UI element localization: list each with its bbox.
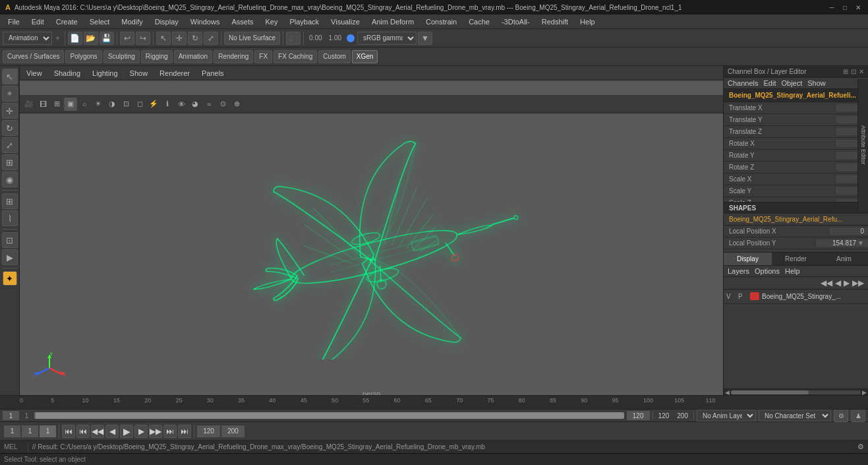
menu-visualize[interactable]: Visualize	[326, 16, 365, 27]
menu-playback[interactable]: Playback	[284, 16, 324, 27]
mode-select[interactable]: Animation	[3, 32, 52, 45]
vp-wireframe-icon[interactable]: ▣	[64, 98, 77, 111]
maximize-button[interactable]: □	[840, 3, 850, 12]
scale-tool-button[interactable]: ⤢	[2, 137, 18, 153]
rotate-button[interactable]: ↻	[188, 32, 202, 45]
ch-menu-object[interactable]: Object	[781, 79, 802, 87]
ch-menu-edit[interactable]: Edit	[763, 79, 776, 87]
menu-cache[interactable]: Cache	[463, 16, 495, 27]
prev-key-button[interactable]: ◀◀	[91, 425, 104, 438]
step-forward-frame-button[interactable]: ▶	[134, 425, 148, 438]
character-set-select[interactable]: No Character Set	[759, 410, 831, 421]
history-button[interactable]: ⊡	[2, 232, 18, 248]
close-button[interactable]: ✕	[854, 3, 863, 12]
anim-layer-select[interactable]: No Anim Layer	[697, 410, 756, 421]
menu-help[interactable]: Help	[575, 16, 600, 27]
cb-dock-icon[interactable]: ⊞	[843, 68, 848, 75]
select-button[interactable]: ↖	[156, 32, 171, 45]
vp-fx-icon[interactable]: ⚡	[147, 98, 160, 111]
end-frame-input[interactable]	[627, 411, 650, 420]
vp-shadow-icon[interactable]: ◑	[105, 98, 119, 111]
go-to-start-button[interactable]: ⏮	[62, 425, 75, 438]
end-frame-playback-input2[interactable]	[221, 425, 245, 437]
vp-grid-icon[interactable]: ⊞	[50, 98, 63, 111]
scroll-thumb[interactable]	[731, 390, 809, 394]
layer-arrow-left[interactable]: ◀	[835, 278, 841, 288]
attribute-editor-tab[interactable]: Attribute Editor	[857, 79, 868, 211]
menu-windows[interactable]: Windows	[185, 16, 225, 27]
module-xgen[interactable]: XGen	[352, 50, 378, 63]
vp-menu-show[interactable]: Show	[127, 68, 151, 78]
menu-modify[interactable]: Modify	[116, 16, 148, 27]
tab-anim[interactable]: Anim	[820, 253, 868, 265]
start-frame-input[interactable]	[3, 411, 19, 420]
no-live-surface-button[interactable]: No Live Surface	[224, 32, 280, 45]
next-key-button[interactable]: ▶▶	[149, 425, 162, 438]
scroll-track[interactable]	[731, 390, 861, 394]
srgb-expand-button[interactable]: ▼	[418, 32, 432, 45]
vp-menu-panels[interactable]: Panels	[199, 68, 227, 78]
vp-display-icon[interactable]: ◻	[133, 98, 146, 111]
module-fx[interactable]: FX	[254, 50, 272, 63]
vp-filmstrip-icon[interactable]: 🎞	[36, 98, 49, 111]
module-rendering[interactable]: Rendering	[214, 50, 253, 63]
menu-assets[interactable]: Assets	[226, 16, 258, 27]
vp-menu-lighting[interactable]: Lighting	[90, 68, 121, 78]
show-hide-button[interactable]: ✦	[3, 271, 17, 286]
timeline-ruler[interactable]: 0 5 10 15 20 25 30 35 40 45 50 55 60 65 …	[0, 396, 868, 410]
module-polygons[interactable]: Polygons	[65, 50, 101, 63]
soft-mod-button[interactable]: ◉	[2, 171, 18, 187]
anim-options-button[interactable]: ⚙	[834, 409, 848, 422]
layer-arrow-left2[interactable]: ◀◀	[821, 278, 832, 288]
srgb-select[interactable]: sRGB gamma	[357, 32, 417, 45]
move-button[interactable]: ✛	[172, 32, 187, 45]
scroll-left-button[interactable]: ◀	[725, 389, 730, 396]
menu-redshift[interactable]: Redshift	[536, 16, 573, 27]
cb-close-icon[interactable]: ✕	[859, 68, 864, 75]
menu-edit[interactable]: Edit	[26, 16, 49, 27]
redo-button[interactable]: ↪	[136, 32, 150, 45]
snap-curve-button[interactable]: ⌇	[2, 210, 18, 226]
menu-create[interactable]: Create	[51, 16, 83, 27]
menu-key[interactable]: Key	[260, 16, 283, 27]
scale-button[interactable]: ⤢	[204, 32, 218, 45]
current-frame-input[interactable]	[4, 425, 20, 437]
current-frame-display[interactable]	[40, 425, 56, 437]
menu-anim-deform[interactable]: Anim Deform	[366, 16, 419, 27]
range-start-handle[interactable]	[34, 412, 36, 419]
layer-visibility-v[interactable]: V	[726, 293, 736, 300]
vp-light-icon[interactable]: ☀	[92, 98, 105, 111]
step-forward-button[interactable]: ⏭	[163, 425, 177, 438]
vp-dof-icon[interactable]: ⊙	[216, 98, 229, 111]
vp-camera-icon[interactable]: 🎥	[22, 98, 36, 111]
select-tool-button[interactable]: ↖	[2, 69, 18, 84]
module-curves-surfaces[interactable]: Curves / Surfaces	[3, 50, 64, 63]
layer-color-swatch[interactable]	[750, 292, 759, 300]
vp-menu-renderer[interactable]: Renderer	[157, 68, 192, 78]
rotate-tool-button[interactable]: ↻	[2, 120, 18, 136]
module-animation[interactable]: Animation	[174, 50, 212, 63]
menu-display[interactable]: Display	[150, 16, 184, 27]
ly-menu-options[interactable]: Options	[755, 267, 780, 275]
save-scene-button[interactable]: 💾	[100, 32, 114, 45]
ly-menu-layers[interactable]: Layers	[728, 267, 749, 275]
vp-motion-blur-icon[interactable]: ≈	[202, 98, 216, 111]
vp-ao-icon[interactable]: ◕	[188, 98, 202, 111]
step-back-frame-button[interactable]: ◀	[105, 425, 119, 438]
layer-arrow-right2[interactable]: ▶▶	[852, 278, 864, 288]
scroll-right-button[interactable]: ▶	[862, 389, 867, 396]
vp-menu-view[interactable]: View	[24, 68, 45, 78]
camera-button[interactable]: 🎥	[286, 32, 301, 45]
module-custom[interactable]: Custom	[318, 50, 350, 63]
viewport-canvas[interactable]: 🎥 🎞 ⊞ ▣ ○ ☀ ◑ ⊡ ◻ ⚡ ℹ 👁 ◕ ≈ ⊙ ⊕	[20, 80, 723, 395]
open-scene-button[interactable]: 📂	[84, 32, 98, 45]
snap-grid-button[interactable]: ⊞	[2, 193, 18, 209]
anim-char-button[interactable]: ♟	[851, 409, 865, 422]
end-frame-playback-input[interactable]	[197, 425, 220, 437]
scroll-arrow-icon[interactable]: ▼	[857, 239, 864, 247]
new-scene-button[interactable]: 📄	[68, 32, 82, 45]
status-settings-icon[interactable]: ⚙	[857, 443, 864, 451]
universal-manipulator-button[interactable]: ⊞	[2, 154, 18, 170]
ch-menu-show[interactable]: Show	[807, 79, 826, 87]
lasso-tool-button[interactable]: ⌖	[2, 86, 18, 102]
